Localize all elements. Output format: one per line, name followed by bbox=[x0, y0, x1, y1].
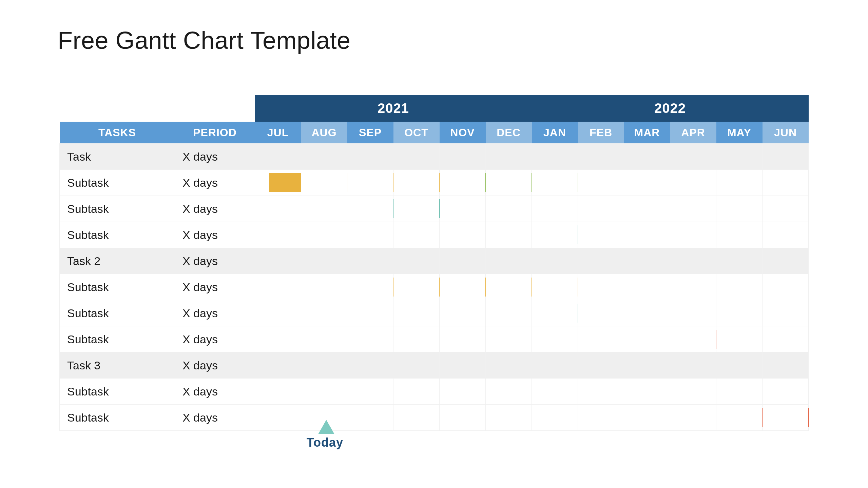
month-cell bbox=[532, 170, 578, 196]
month-oct: OCT bbox=[393, 122, 440, 144]
month-cell bbox=[301, 326, 347, 352]
month-cell bbox=[301, 196, 347, 222]
month-cell bbox=[670, 405, 716, 431]
month-cell bbox=[578, 274, 624, 300]
month-cell bbox=[440, 170, 486, 196]
month-aug: AUG bbox=[301, 122, 347, 144]
month-cell bbox=[255, 300, 301, 326]
table-row: SubtaskX days bbox=[60, 405, 809, 431]
month-cell bbox=[578, 248, 624, 274]
month-cell bbox=[578, 144, 624, 170]
month-cell bbox=[532, 405, 578, 431]
table-row: SubtaskX days bbox=[60, 222, 809, 248]
task-name-cell: Subtask bbox=[60, 274, 175, 300]
month-cell bbox=[255, 405, 301, 431]
month-cell bbox=[578, 222, 624, 248]
month-cell bbox=[532, 274, 578, 300]
period-cell: X days bbox=[175, 196, 255, 222]
month-sep: SEP bbox=[347, 122, 393, 144]
today-label: Today bbox=[307, 435, 343, 450]
task-name-cell: Task bbox=[60, 144, 175, 170]
period-cell: X days bbox=[175, 144, 255, 170]
task-name-cell: Subtask bbox=[60, 379, 175, 405]
page-title: Free Gantt Chart Template bbox=[58, 26, 868, 54]
month-cell bbox=[578, 326, 624, 352]
month-cell bbox=[670, 379, 716, 405]
table-row: SubtaskX days bbox=[60, 379, 809, 405]
year-header-blank bbox=[60, 95, 255, 122]
month-cell bbox=[670, 170, 716, 196]
month-cell bbox=[532, 352, 578, 379]
period-cell: X days bbox=[175, 352, 255, 379]
month-cell bbox=[393, 274, 440, 300]
month-cell bbox=[347, 274, 393, 300]
month-cell bbox=[393, 222, 440, 248]
month-cell bbox=[763, 300, 809, 326]
month-cell bbox=[763, 144, 809, 170]
month-apr: APR bbox=[670, 122, 716, 144]
task-name-cell: Subtask bbox=[60, 326, 175, 352]
today-triangle-icon bbox=[318, 420, 334, 434]
month-cell bbox=[624, 405, 670, 431]
month-cell bbox=[486, 379, 532, 405]
month-cell bbox=[532, 379, 578, 405]
month-cell bbox=[763, 222, 809, 248]
month-cell bbox=[716, 379, 763, 405]
month-cell bbox=[347, 326, 393, 352]
gantt-table: 2021 2022 TASKS PERIOD JUL AUG SEP OCT N… bbox=[59, 95, 809, 431]
period-cell: X days bbox=[175, 379, 255, 405]
month-cell bbox=[578, 170, 624, 196]
month-cell bbox=[347, 144, 393, 170]
month-cell bbox=[486, 196, 532, 222]
month-cell bbox=[347, 379, 393, 405]
month-cell bbox=[763, 196, 809, 222]
year-header-row: 2021 2022 bbox=[60, 95, 809, 122]
month-cell bbox=[624, 326, 670, 352]
month-cell bbox=[347, 300, 393, 326]
month-cell bbox=[532, 326, 578, 352]
month-cell bbox=[763, 405, 809, 431]
month-cell bbox=[301, 170, 347, 196]
task-name-cell: Subtask bbox=[60, 405, 175, 431]
month-cell bbox=[393, 170, 440, 196]
month-cell bbox=[440, 300, 486, 326]
month-cell bbox=[716, 170, 763, 196]
month-cell bbox=[716, 352, 763, 379]
month-jun: JUN bbox=[763, 122, 809, 144]
table-row: Task 3X days bbox=[60, 352, 809, 379]
month-cell bbox=[255, 352, 301, 379]
month-cell bbox=[670, 300, 716, 326]
month-cell bbox=[255, 274, 301, 300]
month-cell bbox=[301, 379, 347, 405]
month-cell bbox=[301, 248, 347, 274]
year-2022: 2022 bbox=[532, 95, 809, 122]
month-cell bbox=[716, 248, 763, 274]
month-cell bbox=[716, 326, 763, 352]
month-cell bbox=[393, 352, 440, 379]
period-cell: X days bbox=[175, 222, 255, 248]
month-cell bbox=[440, 196, 486, 222]
task-name-cell: Subtask bbox=[60, 170, 175, 196]
month-cell bbox=[440, 379, 486, 405]
month-cell bbox=[255, 248, 301, 274]
month-cell bbox=[440, 144, 486, 170]
month-cell bbox=[716, 144, 763, 170]
header-tasks: TASKS bbox=[60, 122, 175, 144]
table-row: SubtaskX days bbox=[60, 274, 809, 300]
period-cell: X days bbox=[175, 405, 255, 431]
month-cell bbox=[624, 274, 670, 300]
month-cell bbox=[301, 274, 347, 300]
gantt-chart: 2021 2022 TASKS PERIOD JUL AUG SEP OCT N… bbox=[59, 95, 809, 431]
month-cell bbox=[670, 326, 716, 352]
month-cell bbox=[624, 300, 670, 326]
month-cell bbox=[624, 379, 670, 405]
period-cell: X days bbox=[175, 300, 255, 326]
month-cell bbox=[532, 144, 578, 170]
month-cell bbox=[301, 144, 347, 170]
month-cell bbox=[255, 170, 301, 196]
month-cell bbox=[670, 248, 716, 274]
header-period: PERIOD bbox=[175, 122, 255, 144]
table-row: SubtaskX days bbox=[60, 170, 809, 196]
month-cell bbox=[624, 222, 670, 248]
month-cell bbox=[670, 352, 716, 379]
